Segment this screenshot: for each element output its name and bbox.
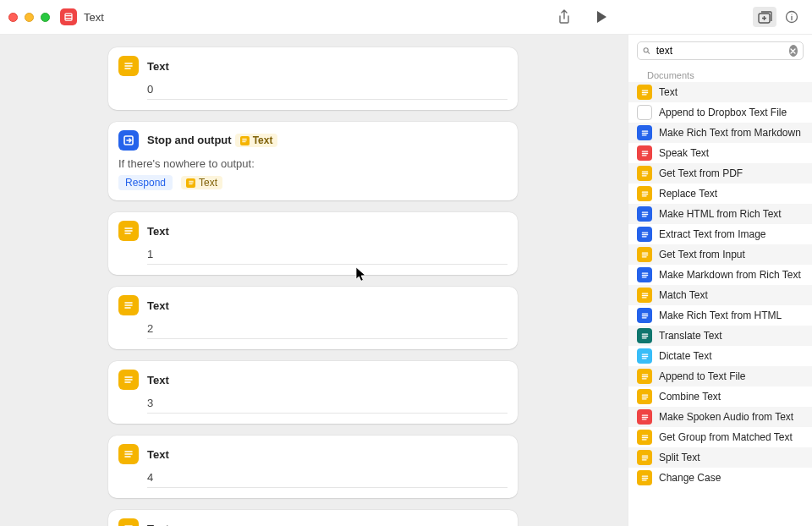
library-action-item[interactable]: Make Rich Text from HTML — [628, 305, 812, 326]
close-window-button[interactable] — [8, 13, 18, 22]
library-action-label: Change Case — [659, 472, 804, 485]
text-value-field[interactable]: 0 — [147, 83, 508, 100]
inspector-toolbar — [753, 7, 804, 27]
library-action-item[interactable]: Split Text — [628, 447, 812, 468]
library-action-icon — [637, 288, 652, 303]
text-action-card[interactable]: Text0 — [108, 47, 518, 110]
library-action-item[interactable]: Text — [628, 82, 812, 102]
card-title-text: Stop and output — [147, 134, 232, 146]
card-body: 4 — [147, 471, 508, 488]
library-action-item[interactable]: Change Case — [628, 468, 812, 488]
library-action-item[interactable]: Replace Text — [628, 184, 812, 204]
text-value-field[interactable]: 3 — [147, 397, 508, 414]
output-token-label: Text — [253, 134, 273, 146]
search-icon — [643, 46, 650, 56]
stop-output-action-card[interactable]: Stop and outputTextIf there's nowhere to… — [108, 122, 518, 200]
library-action-label: Split Text — [659, 452, 804, 464]
library-action-item[interactable]: Append to Dropbox Text File — [628, 102, 812, 123]
card-body: 1 — [147, 248, 508, 265]
library-action-item[interactable]: Translate Text — [628, 326, 812, 346]
workflow-actions: Text0Stop and outputTextIf there's nowhe… — [108, 47, 518, 526]
library-action-icon — [637, 430, 652, 445]
text-action-card[interactable]: Text5 — [108, 510, 518, 526]
respond-token-label: Text — [199, 177, 217, 189]
library-action-item[interactable]: Get Group from Matched Text — [628, 427, 812, 447]
fullscreen-window-button[interactable] — [41, 13, 50, 22]
text-action-icon — [118, 295, 139, 315]
search-field[interactable] — [637, 41, 804, 60]
library-action-label: Append to Text File — [659, 370, 804, 383]
no-output-label: If there's nowhere to output: — [118, 157, 508, 170]
library-action-icon — [637, 369, 652, 384]
library-action-icon — [637, 125, 652, 140]
text-action-icon — [118, 370, 139, 390]
library-action-item[interactable]: Dictate Text — [628, 346, 812, 366]
library-action-icon — [637, 206, 652, 222]
library-action-icon — [637, 145, 652, 161]
card-title: Text — [147, 374, 169, 386]
library-action-icon — [637, 409, 652, 425]
body: Text0Stop and outputTextIf there's nowhe… — [0, 34, 812, 526]
card-title: Text — [147, 299, 169, 312]
stop-output-icon — [118, 130, 139, 151]
card-header: Text — [118, 518, 508, 526]
library-action-label: Make Markdown from Rich Text — [659, 269, 804, 282]
text-action-icon — [118, 56, 139, 76]
card-body: 3 — [147, 397, 508, 414]
library-button[interactable] — [753, 7, 776, 27]
app-icon — [60, 8, 77, 25]
output-token[interactable]: Text — [235, 134, 278, 147]
info-button[interactable] — [780, 7, 804, 27]
library-action-item[interactable]: Speak Text — [628, 143, 812, 163]
text-action-card[interactable]: Text2 — [108, 287, 518, 349]
traffic-lights — [8, 13, 50, 22]
library-action-label: Speak Text — [659, 147, 804, 160]
text-action-card[interactable]: Text1 — [108, 212, 518, 275]
library-action-icon — [637, 166, 652, 181]
library-action-item[interactable]: Get Text from Input — [628, 244, 812, 265]
library-action-label: Replace Text — [659, 188, 804, 200]
library-action-item[interactable]: Make Spoken Audio from Text — [628, 407, 812, 427]
library-action-icon — [637, 389, 652, 404]
library-action-item[interactable]: Match Text — [628, 285, 812, 305]
library-action-item[interactable]: Combine Text — [628, 386, 812, 407]
text-action-icon — [118, 518, 139, 526]
run-button[interactable] — [590, 7, 613, 27]
card-title: Text — [147, 448, 169, 461]
window-title: Text — [84, 11, 104, 24]
window: Text Text0Stop and outputTextIf there's … — [0, 0, 812, 526]
library-action-item[interactable]: Append to Text File — [628, 366, 812, 386]
minimize-window-button[interactable] — [25, 13, 34, 22]
text-token-icon — [186, 178, 195, 188]
library-action-label: Make Rich Text from Markdown — [659, 127, 804, 140]
action-list[interactable]: TextAppend to Dropbox Text FileMake Rich… — [628, 82, 812, 526]
respond-token[interactable]: Text — [181, 176, 222, 189]
library-action-icon — [637, 348, 652, 364]
text-value-field[interactable]: 4 — [147, 471, 508, 488]
clear-search-button[interactable] — [789, 45, 798, 57]
text-action-card[interactable]: Text4 — [108, 436, 518, 498]
workflow-canvas[interactable]: Text0Stop and outputTextIf there's nowhe… — [0, 35, 628, 526]
card-body: 2 — [147, 322, 508, 339]
text-value-field[interactable]: 2 — [147, 322, 508, 339]
share-button[interactable] — [552, 7, 576, 27]
library-action-icon — [637, 267, 652, 282]
library-action-item[interactable]: Get Text from PDF — [628, 163, 812, 184]
text-action-card[interactable]: Text3 — [108, 361, 518, 424]
section-label: Documents — [628, 67, 812, 82]
text-value-field[interactable]: 1 — [147, 248, 508, 265]
library-action-label: Append to Dropbox Text File — [659, 107, 804, 119]
card-title: Text — [147, 523, 169, 527]
respond-row: RespondText — [118, 175, 508, 190]
library-action-icon — [637, 328, 652, 343]
respond-chip[interactable]: Respond — [118, 175, 173, 190]
library-action-item[interactable]: Make Rich Text from Markdown — [628, 123, 812, 143]
card-header: Text — [118, 221, 508, 241]
library-action-icon — [637, 308, 652, 323]
library-action-item[interactable]: Make Markdown from Rich Text — [628, 265, 812, 285]
library-action-icon — [637, 85, 652, 100]
library-action-item[interactable]: Make HTML from Rich Text — [628, 204, 812, 224]
library-action-item[interactable]: Extract Text from Image — [628, 224, 812, 244]
library-action-icon — [637, 227, 652, 242]
search-input[interactable] — [655, 44, 785, 58]
